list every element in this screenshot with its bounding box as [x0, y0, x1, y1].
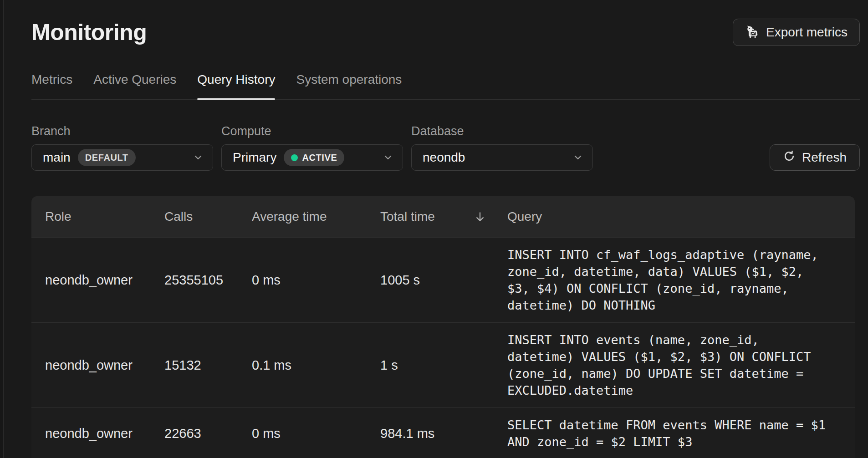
query-cell: INSERT INTO cf_waf_logs_adaptive (raynam… — [507, 238, 831, 322]
tab-metrics[interactable]: Metrics — [31, 72, 72, 99]
column-header-calls[interactable]: Calls — [164, 209, 252, 224]
tab-system-operations[interactable]: System operations — [296, 72, 402, 99]
table-header-row: Role Calls Average time Total time Query — [31, 196, 855, 237]
chevron-down-icon — [193, 152, 204, 163]
table-row[interactable]: neondb_owner 25355105 0 ms 1005 s INSERT… — [31, 237, 855, 322]
monitoring-page: Monitoring Export metrics Metrics Acti — [31, 18, 860, 458]
query-cell: SELECT datetime FROM events WHERE name =… — [507, 408, 831, 458]
branch-value: main — [43, 150, 71, 165]
active-badge-label: ACTIVE — [302, 153, 337, 163]
total-time-cell: 1 s — [380, 358, 507, 373]
column-header-average-time[interactable]: Average time — [252, 209, 380, 224]
page-header: Monitoring Export metrics — [31, 18, 860, 46]
refresh-button[interactable]: Refresh — [770, 144, 860, 171]
tab-query-history[interactable]: Query History — [197, 72, 275, 99]
green-dot-icon — [291, 154, 298, 161]
compute-label: Compute — [221, 124, 403, 138]
chevron-down-icon — [572, 152, 583, 163]
column-header-role[interactable]: Role — [45, 209, 164, 224]
total-time-label: Total time — [380, 209, 435, 224]
export-metrics-button[interactable]: Export metrics — [733, 19, 860, 46]
total-time-cell: 1005 s — [380, 273, 507, 288]
refresh-icon — [783, 150, 796, 166]
chevron-down-icon — [383, 152, 393, 163]
database-filter: Database neondb — [411, 124, 593, 171]
default-badge-label: DEFAULT — [85, 153, 128, 163]
column-header-total-time[interactable]: Total time — [380, 209, 507, 224]
calls-cell: 22663 — [164, 426, 252, 441]
database-label: Database — [411, 124, 593, 138]
average-time-cell: 0 ms — [252, 426, 380, 441]
active-badge: ACTIVE — [284, 149, 344, 166]
compute-select[interactable]: Primary ACTIVE — [221, 144, 403, 171]
export-metrics-label: Export metrics — [766, 25, 848, 40]
calls-cell: 25355105 — [164, 273, 252, 288]
column-header-query[interactable]: Query — [507, 209, 831, 224]
role-cell: neondb_owner — [45, 426, 164, 441]
tab-active-queries[interactable]: Active Queries — [93, 72, 176, 99]
database-select[interactable]: neondb — [411, 144, 593, 171]
compute-value: Primary — [233, 150, 276, 165]
query-history-table: Role Calls Average time Total time Query… — [31, 196, 855, 458]
branch-label: Branch — [31, 124, 213, 138]
role-cell: neondb_owner — [45, 273, 164, 288]
branch-select[interactable]: main DEFAULT — [31, 144, 213, 171]
average-time-cell: 0 ms — [252, 273, 380, 288]
table-row[interactable]: neondb_owner 22663 0 ms 984.1 ms SELECT … — [31, 407, 855, 458]
refresh-label: Refresh — [802, 150, 847, 165]
role-cell: neondb_owner — [45, 358, 164, 373]
page-title: Monitoring — [31, 19, 147, 46]
branch-filter: Branch main DEFAULT — [31, 124, 213, 171]
compute-filter: Compute Primary ACTIVE — [221, 124, 403, 171]
filters-bar: Branch main DEFAULT Compute Primary ACTI… — [31, 124, 860, 171]
monitoring-tabs: Metrics Active Queries Query History Sys… — [31, 72, 860, 100]
arrow-down-icon[interactable] — [474, 210, 486, 223]
total-time-cell: 984.1 ms — [380, 426, 507, 441]
database-value: neondb — [423, 150, 465, 165]
default-badge: DEFAULT — [78, 149, 136, 166]
calls-cell: 15132 — [164, 358, 252, 373]
query-cell: INSERT INTO events (name, zone_id, datet… — [507, 323, 831, 407]
table-row[interactable]: neondb_owner 15132 0.1 ms 1 s INSERT INT… — [31, 322, 855, 407]
average-time-cell: 0.1 ms — [252, 358, 380, 373]
panel-left-border — [0, 0, 4, 458]
datadog-dog-icon — [745, 25, 760, 40]
